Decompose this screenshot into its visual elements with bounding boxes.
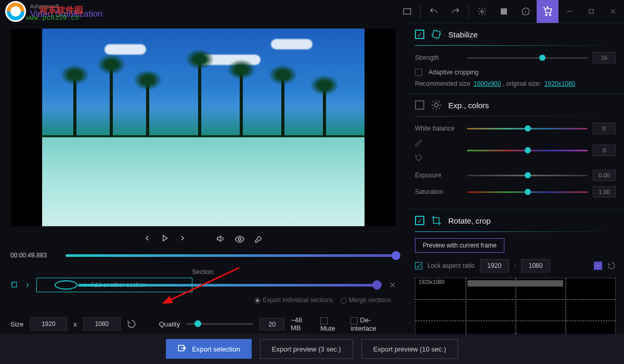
export-preview-10-button[interactable]: Export preview (10 sec.) bbox=[361, 339, 458, 359]
section-row: Add another section bbox=[10, 278, 396, 292]
crop-grid[interactable]: 1920x1080 bbox=[415, 278, 616, 334]
timeline-handle-icon[interactable] bbox=[392, 251, 400, 260]
maximize-icon[interactable] bbox=[580, 0, 602, 23]
colors-checkbox[interactable] bbox=[415, 100, 424, 110]
deinterlace-checkbox[interactable]: De-interlace bbox=[350, 316, 396, 332]
export-individual-radio[interactable]: Export individual sections bbox=[254, 296, 333, 304]
wb-tools bbox=[415, 139, 462, 161]
section-next-icon[interactable] bbox=[24, 281, 31, 289]
right-panel: Stabilize Strength 15 Adaptive cropping … bbox=[407, 23, 624, 334]
mute-checkbox[interactable]: Mute bbox=[320, 316, 345, 332]
info-icon[interactable] bbox=[515, 0, 537, 23]
watermark-url: www.pc0359.cn bbox=[26, 14, 79, 21]
svg-rect-5 bbox=[589, 9, 593, 14]
play-icon[interactable] bbox=[161, 234, 169, 244]
playback-controls bbox=[10, 227, 396, 250]
saturation-slider[interactable] bbox=[467, 191, 588, 193]
svg-point-6 bbox=[239, 238, 241, 241]
preview-frame-button[interactable]: Preview with current frame bbox=[415, 238, 504, 253]
exposure-slider[interactable] bbox=[467, 175, 588, 176]
original-size-link[interactable]: 1920x1080 bbox=[544, 80, 575, 87]
redo-icon[interactable] bbox=[445, 0, 466, 23]
video-preview-frame bbox=[10, 28, 396, 227]
settings-icon[interactable] bbox=[471, 0, 493, 23]
undo-icon[interactable] bbox=[423, 0, 445, 23]
saturation-value[interactable]: 1.00 bbox=[593, 186, 616, 198]
colors-title: Exp., colors bbox=[448, 101, 489, 110]
strength-value[interactable]: 15 bbox=[593, 52, 616, 63]
crop-sep: : bbox=[514, 262, 516, 269]
open-folder-icon[interactable] bbox=[396, 0, 418, 23]
strength-slider[interactable] bbox=[467, 57, 588, 59]
wb-slider[interactable] bbox=[467, 128, 588, 129]
quality-slider[interactable] bbox=[186, 323, 253, 325]
close-icon[interactable] bbox=[602, 0, 624, 23]
timecode: 00:00:49.883 bbox=[10, 252, 57, 259]
svg-point-9 bbox=[434, 103, 438, 107]
recommended-size-text: Recommended size 1600x900 , original siz… bbox=[415, 80, 616, 87]
size-reset-icon[interactable] bbox=[127, 319, 136, 329]
lock-aspect-checkbox[interactable] bbox=[415, 262, 422, 269]
saturation-label: Saturation bbox=[415, 188, 462, 196]
tint-value[interactable]: 0 bbox=[593, 145, 616, 156]
svg-rect-0 bbox=[404, 9, 411, 15]
cart-icon[interactable] bbox=[537, 0, 558, 23]
section-end-handle-icon[interactable] bbox=[372, 280, 382, 290]
wb-reset-icon[interactable] bbox=[415, 154, 462, 161]
aspect-dropdown-icon[interactable] bbox=[594, 262, 602, 270]
eyedropper-icon[interactable] bbox=[415, 139, 462, 147]
size-quality-row: Size x Quality 20 ~48 MB Mute De-interla… bbox=[10, 316, 396, 332]
svg-point-4 bbox=[550, 14, 551, 15]
exposure-value[interactable]: 0.00 bbox=[593, 170, 616, 181]
size-width-input[interactable] bbox=[30, 317, 67, 331]
svg-rect-8 bbox=[432, 30, 440, 38]
sun-icon bbox=[431, 99, 442, 111]
quality-label: Quality bbox=[159, 320, 180, 328]
svg-rect-7 bbox=[12, 282, 17, 287]
svg-point-3 bbox=[545, 14, 547, 15]
quality-value[interactable]: 20 bbox=[259, 318, 284, 330]
svg-point-1 bbox=[481, 10, 484, 13]
tint-slider[interactable] bbox=[467, 150, 588, 151]
app-logo-icon bbox=[5, 1, 26, 22]
export-preview-3-button[interactable]: Export preview (3 sec.) bbox=[260, 339, 353, 359]
crop-rotate-handle-icon[interactable] bbox=[512, 333, 518, 334]
wrench-icon[interactable] bbox=[254, 234, 264, 244]
footer: Export selection Export preview (3 sec.)… bbox=[0, 334, 624, 364]
colors-panel: Exp., colors White balance 0 0 Exposure bbox=[407, 94, 624, 209]
logo-area: Ashampoo® Video Stabilization 河东软件园 www.… bbox=[0, 1, 103, 22]
prev-frame-icon[interactable] bbox=[143, 234, 151, 244]
section-marker-icon[interactable] bbox=[10, 281, 19, 289]
section-start-handle-icon[interactable] bbox=[55, 280, 77, 290]
left-pane: 00:00:49.883 Section: Add another sectio… bbox=[0, 23, 407, 334]
eye-icon[interactable] bbox=[235, 234, 245, 244]
adaptive-cropping-checkbox[interactable]: Adaptive cropping bbox=[415, 69, 616, 76]
stabilize-checkbox[interactable] bbox=[415, 30, 424, 39]
lock-aspect-label: Lock aspect ratio bbox=[427, 262, 475, 269]
size-height-input[interactable] bbox=[83, 317, 121, 331]
video-preview[interactable] bbox=[42, 29, 365, 226]
crop-grid-label: 1920x1080 bbox=[419, 279, 445, 285]
timeline-slider[interactable] bbox=[66, 254, 396, 257]
crop-width-input[interactable] bbox=[480, 259, 509, 272]
volume-icon[interactable] bbox=[216, 234, 225, 244]
crop-title: Rotate, crop bbox=[448, 216, 491, 225]
export-selection-button[interactable]: Export selection bbox=[166, 339, 252, 359]
recommended-size-link[interactable]: 1600x900 bbox=[474, 80, 501, 87]
strength-label: Strength bbox=[415, 54, 462, 61]
wb-value[interactable]: 0 bbox=[593, 123, 616, 134]
crop-reset-icon[interactable] bbox=[607, 262, 616, 270]
stabilize-title: Stabilize bbox=[448, 30, 478, 39]
next-frame-icon[interactable] bbox=[178, 234, 187, 244]
section-remove-icon[interactable] bbox=[389, 281, 396, 289]
crop-panel: Rotate, crop Preview with current frame … bbox=[407, 209, 624, 334]
note-icon[interactable] bbox=[493, 0, 515, 23]
section-range-slider[interactable] bbox=[78, 284, 380, 287]
merge-sections-radio[interactable]: Merge sections bbox=[341, 296, 391, 304]
stabilize-panel: Stabilize Strength 15 Adaptive cropping … bbox=[407, 23, 624, 94]
section-label: Section: bbox=[10, 268, 396, 276]
crop-checkbox[interactable] bbox=[415, 216, 424, 225]
crop-height-input[interactable] bbox=[521, 259, 550, 272]
minimize-icon[interactable] bbox=[558, 0, 580, 23]
titlebar: Ashampoo® Video Stabilization 河东软件园 www.… bbox=[0, 0, 624, 23]
